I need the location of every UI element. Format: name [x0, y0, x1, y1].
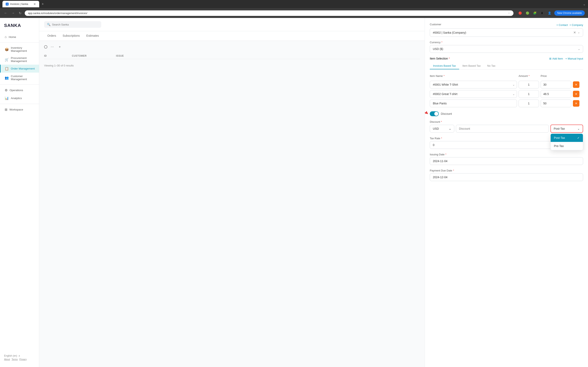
currency-required: * — [441, 41, 442, 44]
post-tax-dropdown-icon: ⌄ — [577, 127, 580, 130]
browser-maximize-button[interactable]: ⌄ — [583, 2, 586, 6]
logo: SANKA — [0, 21, 39, 33]
customer-value: #0002 | Sanka (Company) — [433, 31, 573, 34]
item-selection-label: Item Selection * — [430, 57, 450, 60]
page-tab-nav: Orders Subscriptions Estimates — [39, 31, 425, 41]
payment-due-date-input[interactable] — [430, 173, 583, 181]
items-table-header: Item Name * Amount * Price — [430, 73, 583, 79]
col-amount: Amount * — [519, 75, 539, 77]
customer-input-wrapper[interactable]: #0002 | Sanka (Company) ✕ ⌄ — [430, 28, 583, 37]
discount-amount-input[interactable] — [456, 125, 549, 133]
browser-tab[interactable]: S Invoices | Sanka ✕ — [2, 1, 39, 7]
item-1-qty[interactable] — [519, 81, 539, 89]
home-icon: ⌂ — [5, 35, 7, 39]
sidebar-item-analytics[interactable]: 📊 Analytics — [0, 94, 39, 102]
post-tax-button[interactable]: Post-Tax ⌄ — [550, 125, 583, 133]
url-bar[interactable]: app.sanka.io/modules/ordermanagement/inv… — [25, 10, 513, 16]
tab-orders[interactable]: Orders — [44, 31, 60, 41]
item-2-remove-button[interactable]: ✕ — [573, 91, 579, 97]
tab-subscriptions[interactable]: Subscriptions — [60, 31, 83, 41]
extension-icon-1[interactable]: 🔴 — [518, 11, 522, 16]
back-button[interactable]: ← — [3, 10, 8, 16]
payment-due-date-label: Payment Due Date * — [430, 169, 583, 172]
add-contact-link[interactable]: + Contact — [556, 24, 568, 26]
search-header: 🔍 — [39, 18, 425, 31]
tab-estimates[interactable]: Estimates — [83, 31, 102, 41]
manual-input-icon: + — [565, 57, 567, 60]
language-row[interactable]: English (en) ∧ — [4, 354, 35, 357]
sidebar-item-workspace[interactable]: ⊞ Workspace — [0, 106, 39, 114]
item-1-remove-button[interactable]: ✕ — [573, 81, 579, 88]
customer-input-actions: ✕ ⌄ — [573, 31, 580, 34]
item-1-select[interactable]: #0001 White T-Shirt — [430, 81, 517, 89]
dropdown-item-post-tax[interactable]: Post-Tax ✓ — [551, 134, 583, 142]
app-layout: SANKA ⌂ Home 📦 Inventory Management 🛒 Pr… — [0, 18, 588, 367]
tab-no-tax[interactable]: No Tax — [484, 63, 499, 69]
currency-value: USD ($) — [433, 47, 443, 50]
col-price: Price — [541, 75, 571, 77]
footer-links: About Terms Privacy — [4, 358, 35, 360]
language-label: English (en) — [4, 354, 17, 357]
item-1-price[interactable] — [541, 81, 571, 89]
tab-close-button[interactable]: ✕ — [34, 2, 36, 6]
bookmark-icon: ☆ — [508, 12, 510, 15]
new-tab-button[interactable]: + — [42, 2, 44, 6]
tab-item-tax[interactable]: Item Based Tax — [459, 63, 484, 69]
post-tax-value: Post-Tax — [554, 127, 565, 130]
check-icon: ✓ — [577, 136, 580, 140]
item-3-input[interactable] — [430, 100, 517, 107]
forward-button[interactable]: → — [11, 10, 16, 16]
currency-select[interactable]: USD ($) — [430, 45, 583, 53]
more-options-button[interactable]: ⋯ — [49, 44, 56, 50]
item-2-qty[interactable] — [519, 90, 539, 98]
reload-button[interactable]: ↻ — [18, 10, 22, 16]
discount-toggle[interactable] — [430, 111, 439, 116]
download-icon[interactable]: ⬇ — [540, 11, 545, 16]
add-item-label: Add Item — [552, 57, 563, 60]
privacy-link[interactable]: Privacy — [19, 358, 27, 360]
sidebar-item-procurement[interactable]: 🛒 Procurement Management — [0, 54, 39, 65]
extensions-button[interactable]: 🧩 — [532, 11, 537, 16]
dropdown-item-pre-tax[interactable]: Pre-Tax — [551, 142, 583, 150]
search-input[interactable] — [52, 23, 98, 26]
item-2-price[interactable] — [541, 90, 571, 98]
chevron-up-icon: ∧ — [18, 354, 20, 357]
add-row-button[interactable]: + — [57, 44, 62, 50]
sidebar-item-label-home: Home — [9, 35, 16, 39]
chrome-update-button[interactable]: New Chrome available — [554, 10, 585, 16]
about-link[interactable]: About — [4, 358, 10, 360]
profile-icon[interactable]: 👤 — [547, 11, 552, 16]
payment-due-date-section: Payment Due Date * — [430, 169, 583, 181]
clear-customer-button[interactable]: ✕ — [573, 31, 576, 34]
add-item-icon: ⊞ — [549, 57, 552, 60]
issuing-date-input[interactable] — [430, 157, 583, 165]
arrow-annotation — [425, 110, 430, 118]
col-header-customer: CUSTOMER — [72, 54, 113, 57]
item-3-qty[interactable] — [519, 100, 539, 107]
sidebar-item-label-customer: Customer Management — [11, 75, 35, 81]
add-company-link[interactable]: + Company — [570, 24, 583, 26]
sidebar-item-customer[interactable]: 👥 Customer Management — [0, 73, 39, 83]
customer-dropdown-button[interactable]: ⌄ — [578, 31, 580, 34]
tax-timing-dropdown: Post-Tax ✓ Pre-Tax — [550, 133, 583, 150]
sidebar-item-inventory[interactable]: 📦 Inventory Management — [0, 44, 39, 54]
terms-link[interactable]: Terms — [12, 358, 18, 360]
item-3-price[interactable] — [541, 100, 571, 107]
item-3-remove-button[interactable]: ✕ — [573, 100, 579, 107]
workspace-icon: ⊞ — [5, 108, 7, 111]
analytics-icon: 📊 — [5, 96, 9, 100]
search-box[interactable]: 🔍 — [44, 21, 101, 28]
item-2-select[interactable]: #0002 Great T-shirt — [430, 90, 517, 98]
sidebar-item-operations[interactable]: ⚙ Operations — [0, 86, 39, 94]
extension-icon-2[interactable]: 🟢 — [525, 11, 530, 16]
discount-toggle-label: Discount — [441, 112, 452, 115]
order-icon: 📋 — [5, 67, 9, 71]
tax-rate-required: * — [441, 137, 442, 140]
sidebar-item-order[interactable]: 📋 Order Management — [0, 65, 39, 73]
add-item-button[interactable]: ⊞ Add Item — [549, 57, 563, 60]
currency-type-select[interactable]: USD ⌄ — [430, 125, 454, 133]
item-tabs: Invoices Based Tax Item Based Tax No Tax — [430, 63, 583, 69]
manual-input-button[interactable]: + Manual Input — [565, 57, 583, 60]
sidebar-item-home[interactable]: ⌂ Home — [0, 33, 39, 41]
tab-invoice-tax[interactable]: Invoices Based Tax — [430, 63, 459, 69]
